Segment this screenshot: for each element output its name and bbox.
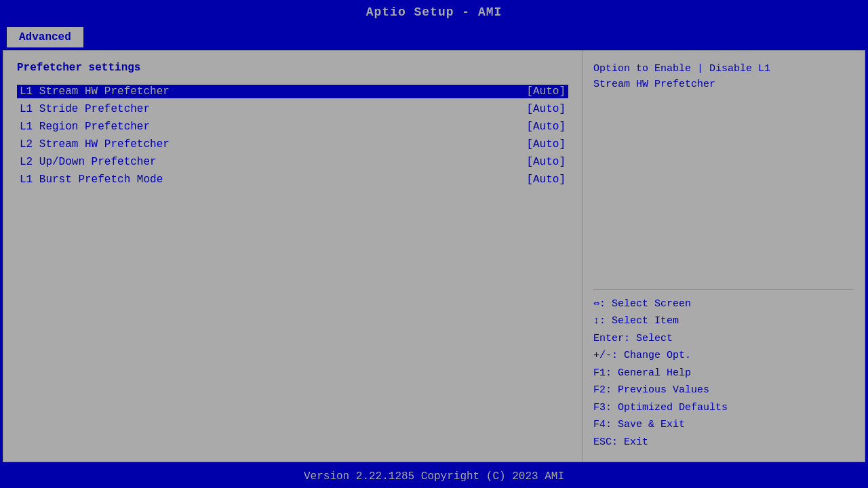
section-title: Prefetcher settings bbox=[17, 62, 568, 74]
menu-item-l1-region-label: L1 Region Prefetcher bbox=[20, 121, 150, 133]
key-select-item: ↕: Select Item bbox=[593, 312, 854, 330]
bottom-bar: Version 2.22.1285 Copyright (C) 2023 AMI bbox=[0, 465, 868, 488]
menu-item-l2-stream-label: L2 Stream HW Prefetcher bbox=[20, 138, 170, 150]
top-bar: Aptio Setup - AMI bbox=[0, 0, 868, 24]
key-enter-select: Enter: Select bbox=[593, 330, 854, 348]
menu-item-l1-burst-label: L1 Burst Prefetch Mode bbox=[20, 174, 163, 186]
menu-item-l1-stride-label: L1 Stride Prefetcher bbox=[20, 103, 150, 115]
left-panel: Prefetcher settings L1 Stream HW Prefetc… bbox=[3, 50, 583, 462]
menu-item-l1-stream-label: L1 Stream HW Prefetcher bbox=[20, 85, 170, 98]
menu-item-l1-stride[interactable]: L1 Stride Prefetcher [Auto] bbox=[17, 102, 568, 116]
key-change-opt: +/-: Change Opt. bbox=[593, 347, 854, 365]
key-select-screen: ⇔: Select Screen bbox=[593, 296, 854, 313]
key-general-help: F1: General Help bbox=[593, 365, 854, 382]
tab-advanced[interactable]: Advanced bbox=[7, 27, 83, 47]
menu-item-l1-stream-value: [Auto] bbox=[526, 85, 566, 98]
key-help: ⇔: Select Screen ↕: Select Item Enter: S… bbox=[593, 296, 854, 451]
help-text: Option to Enable | Disable L1Stream HW P… bbox=[593, 62, 854, 284]
key-previous-values: F2: Previous Values bbox=[593, 382, 854, 399]
divider bbox=[593, 289, 854, 290]
help-text-content: Option to Enable | Disable L1Stream HW P… bbox=[593, 63, 770, 90]
tab-row: Advanced bbox=[0, 24, 868, 47]
footer-text: Version 2.22.1285 Copyright (C) 2023 AMI bbox=[304, 470, 564, 483]
key-esc-exit: ESC: Exit bbox=[593, 434, 854, 451]
main-content: Prefetcher settings L1 Stream HW Prefetc… bbox=[3, 50, 865, 462]
menu-item-l1-burst[interactable]: L1 Burst Prefetch Mode [Auto] bbox=[17, 173, 568, 186]
menu-item-l1-region-value: [Auto] bbox=[526, 121, 566, 133]
menu-item-l2-updown[interactable]: L2 Up/Down Prefetcher [Auto] bbox=[17, 155, 568, 169]
menu-item-l1-stream[interactable]: L1 Stream HW Prefetcher [Auto] bbox=[17, 85, 568, 98]
menu-item-l2-stream[interactable]: L2 Stream HW Prefetcher [Auto] bbox=[17, 138, 568, 151]
key-optimized-defaults: F3: Optimized Defaults bbox=[593, 399, 854, 417]
menu-item-l2-updown-label: L2 Up/Down Prefetcher bbox=[20, 156, 157, 168]
menu-item-l1-stride-value: [Auto] bbox=[526, 103, 566, 115]
menu-item-l2-updown-value: [Auto] bbox=[526, 156, 566, 168]
window-title: Aptio Setup - AMI bbox=[366, 5, 502, 19]
menu-item-l1-burst-value: [Auto] bbox=[526, 174, 566, 186]
key-save-exit: F4: Save & Exit bbox=[593, 416, 854, 434]
app: Aptio Setup - AMI Advanced Prefetcher se… bbox=[0, 0, 868, 488]
menu-item-l2-stream-value: [Auto] bbox=[526, 138, 566, 150]
right-panel: Option to Enable | Disable L1Stream HW P… bbox=[583, 50, 865, 462]
menu-item-l1-region[interactable]: L1 Region Prefetcher [Auto] bbox=[17, 120, 568, 134]
